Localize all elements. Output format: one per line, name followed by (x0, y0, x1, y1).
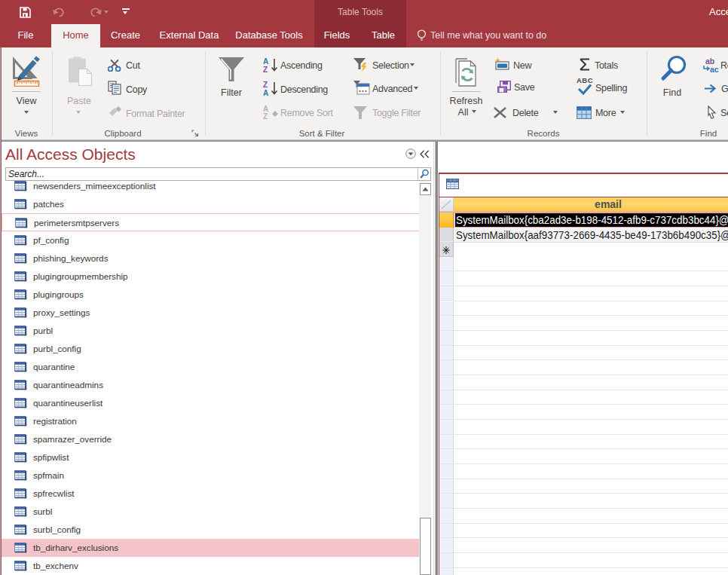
svg-text:A: A (263, 89, 268, 96)
svg-text:Z: Z (263, 81, 268, 89)
svg-text:A: A (263, 57, 268, 66)
svg-text:Z: Z (263, 66, 268, 73)
svg-text:Z: Z (263, 112, 268, 120)
